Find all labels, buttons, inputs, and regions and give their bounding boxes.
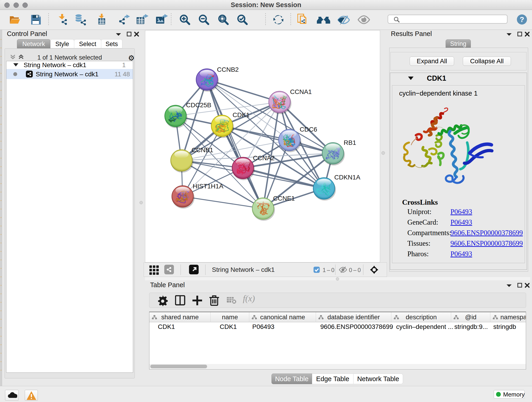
svg-text:CDKN1A: CDKN1A: [334, 174, 360, 181]
svg-text:CDC6: CDC6: [300, 126, 317, 133]
svg-text:CDC25B: CDC25B: [186, 102, 211, 109]
svg-text:CDK1: CDK1: [233, 111, 250, 119]
svg-text:RB1: RB1: [344, 139, 356, 146]
svg-text:CCNA1: CCNA1: [290, 88, 312, 95]
svg-text:CCNE1: CCNE1: [273, 195, 295, 202]
svg-text:CCNB2: CCNB2: [217, 66, 239, 73]
svg-text:HIST1H1A: HIST1H1A: [193, 183, 223, 190]
svg-text:CCNA2: CCNA2: [253, 154, 275, 162]
svg-text:CCNB1: CCNB1: [191, 147, 213, 153]
